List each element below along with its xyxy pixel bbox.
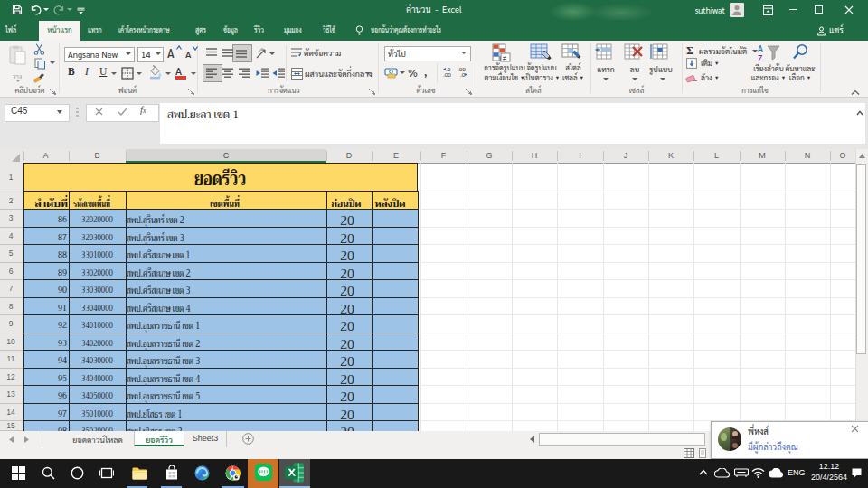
svg-text:.00: .00: [443, 70, 451, 78]
svg-text:.0: .0: [460, 70, 466, 78]
svg-text:≠: ≠: [503, 52, 507, 62]
